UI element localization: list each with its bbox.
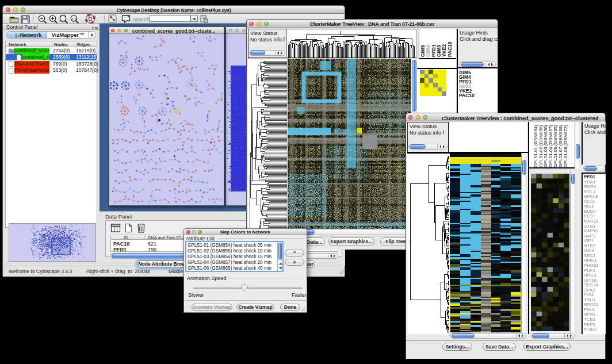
svg-text:GPL51-08 (GSM872): GPL51-08 (GSM872) [563, 125, 568, 167]
svg-text:1:1: 1:1 [72, 17, 77, 20]
svg-text:PAC10: PAC10 [447, 41, 453, 57]
